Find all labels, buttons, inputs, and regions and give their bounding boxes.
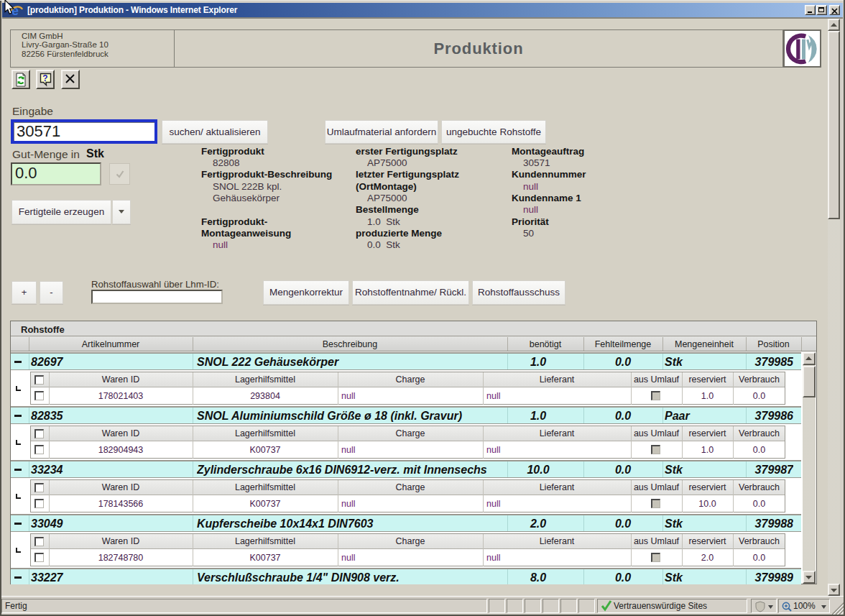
- svg-text:?: ?: [42, 73, 47, 83]
